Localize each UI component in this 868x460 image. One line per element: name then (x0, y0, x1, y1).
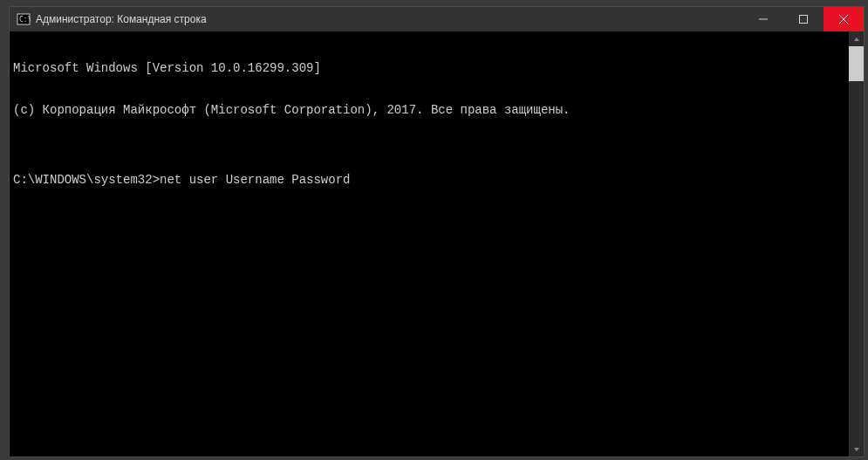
app-icon: C:\ (17, 12, 31, 26)
scrollbar-thumb[interactable] (849, 46, 864, 81)
command-prompt-window: C:\ Администратор: Командная строка Micr… (9, 6, 865, 457)
scroll-down-arrow-icon[interactable] (849, 442, 864, 457)
terminal-command: net user Username Password (160, 173, 350, 187)
svg-rect-3 (800, 16, 808, 24)
terminal[interactable]: Microsoft Windows [Version 10.0.16299.30… (10, 31, 849, 457)
minimize-button[interactable] (743, 7, 783, 31)
terminal-prompt-line: C:\WINDOWS\system32>net user Username Pa… (13, 173, 845, 187)
vertical-scrollbar[interactable] (849, 31, 864, 457)
scroll-up-arrow-icon[interactable] (849, 31, 864, 46)
close-button[interactable] (824, 7, 864, 31)
scrollbar-track[interactable] (849, 46, 864, 442)
terminal-output-line: Microsoft Windows [Version 10.0.16299.30… (13, 61, 845, 75)
window-title: Администратор: Командная строка (36, 13, 207, 25)
titlebar[interactable]: C:\ Администратор: Командная строка (10, 7, 864, 31)
maximize-button[interactable] (783, 7, 824, 31)
terminal-output-line: (c) Корпорация Майкрософт (Microsoft Cor… (13, 103, 845, 117)
svg-text:C:\: C:\ (19, 16, 31, 24)
content-area: Microsoft Windows [Version 10.0.16299.30… (10, 31, 864, 457)
window-controls (743, 7, 864, 31)
terminal-prompt: C:\WINDOWS\system32> (13, 173, 160, 187)
